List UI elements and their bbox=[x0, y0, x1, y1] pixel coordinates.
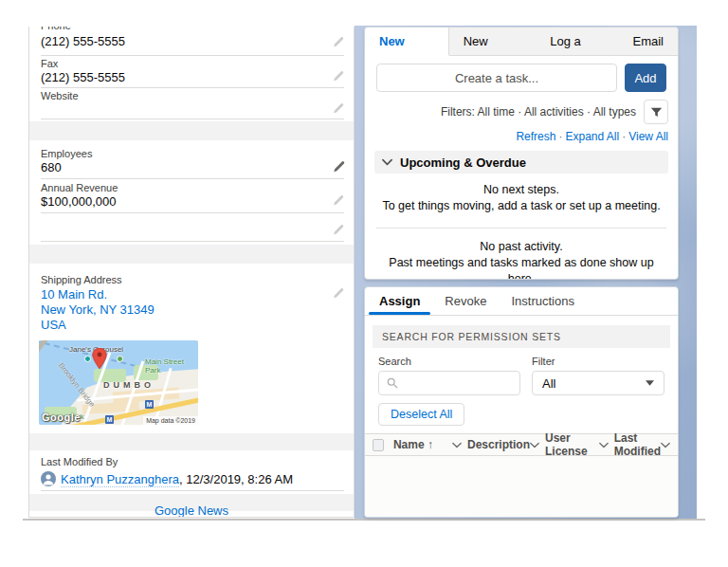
search-icon bbox=[387, 377, 398, 389]
google-news-row: Google News bbox=[29, 503, 354, 518]
map-attribution: Map data ©2019 bbox=[143, 416, 198, 425]
map-poi-icon bbox=[84, 356, 91, 362]
chevron-down-icon[interactable] bbox=[530, 442, 539, 448]
sort-ascending-icon: ↑ bbox=[428, 438, 433, 451]
column-header-last-modified[interactable]: Last Modified bbox=[614, 431, 670, 458]
shipping-address-line2[interactable]: New York, NY 31349 bbox=[41, 302, 155, 318]
employees-label: Employees bbox=[41, 148, 92, 160]
no-next-steps-line2: To get things moving, add a task or set … bbox=[380, 198, 663, 214]
permission-tab-bar: Assign Revoke Instructions bbox=[365, 287, 678, 316]
account-details-panel: Phone (212) 555-5555 Fax (212) 555-5555 … bbox=[28, 27, 355, 518]
last-modified-row: Kathryn Puzzanghera, 12/3/2019, 8:26 AM bbox=[41, 470, 293, 487]
add-task-button[interactable]: Add bbox=[625, 64, 666, 92]
expand-all-link[interactable]: Expand All bbox=[565, 130, 619, 143]
section-spacer bbox=[29, 121, 354, 140]
chevron-down-icon[interactable] bbox=[661, 442, 670, 448]
link-separator: · bbox=[555, 130, 565, 143]
map-pin-icon bbox=[92, 348, 107, 369]
tab-log-a-call[interactable]: Log a Call bbox=[536, 27, 618, 55]
phone-value: (212) 555-5555 bbox=[41, 34, 125, 49]
divider bbox=[41, 87, 344, 88]
no-past-activity-message: No past activity. Past meetings and task… bbox=[365, 229, 678, 280]
last-modified-user-link[interactable]: Kathryn Puzzanghera bbox=[61, 472, 179, 487]
column-description-label: Description bbox=[467, 438, 530, 451]
last-modified-label: Last Modified By bbox=[41, 456, 118, 468]
select-all-checkbox[interactable] bbox=[373, 439, 384, 451]
tab-new-task[interactable]: New Task bbox=[365, 27, 449, 56]
tab-email[interactable]: Email bbox=[618, 27, 678, 55]
chevron-down-icon[interactable] bbox=[452, 442, 462, 448]
view-all-link[interactable]: View All bbox=[628, 130, 668, 143]
permission-table-header: Name ↑ Description User License Last Mo bbox=[365, 433, 678, 456]
divider bbox=[41, 212, 344, 213]
edit-annual-revenue-icon[interactable] bbox=[332, 194, 344, 207]
no-next-steps-message: No next steps. To get things moving, add… bbox=[365, 174, 678, 222]
edit-shipping-address-icon[interactable] bbox=[332, 287, 344, 300]
employees-value: 680 bbox=[41, 160, 62, 175]
website-label: Website bbox=[41, 90, 79, 102]
shipping-address-line1[interactable]: 10 Main Rd. bbox=[41, 287, 107, 302]
section-spacer bbox=[29, 433, 354, 450]
tab-instructions[interactable]: Instructions bbox=[499, 287, 586, 315]
activity-tab-bar: New Task New Event Log a Call Email bbox=[365, 27, 678, 56]
map-poi-icon bbox=[117, 356, 123, 362]
edit-field-icon[interactable] bbox=[332, 224, 344, 236]
filter-button[interactable] bbox=[644, 100, 668, 124]
tab-revoke[interactable]: Revoke bbox=[432, 287, 499, 315]
map-label-main-street-park: Main Street Park bbox=[145, 357, 187, 375]
fax-value: (212) 555-5555 bbox=[41, 70, 125, 85]
edit-website-icon[interactable] bbox=[332, 102, 344, 115]
no-next-steps-line1: No next steps. bbox=[380, 182, 663, 198]
divider bbox=[41, 490, 344, 491]
divider bbox=[41, 241, 344, 242]
shipping-address-label: Shipping Address bbox=[41, 274, 122, 286]
screenshot-bottom-edge bbox=[23, 519, 705, 521]
user-avatar bbox=[41, 471, 56, 486]
no-past-activity-line2: Past meetings and tasks marked as done s… bbox=[380, 255, 663, 280]
refresh-link[interactable]: Refresh bbox=[516, 130, 555, 143]
subway-station-icon: M bbox=[105, 415, 114, 424]
phone-label: Phone bbox=[41, 27, 71, 32]
caret-down-icon bbox=[646, 380, 654, 386]
edit-phone-icon[interactable] bbox=[332, 36, 344, 48]
section-spacer bbox=[29, 245, 354, 264]
task-composer: Add bbox=[365, 56, 678, 98]
column-header-name[interactable]: Name ↑ bbox=[393, 438, 467, 451]
divider bbox=[41, 55, 344, 56]
column-name-label: Name bbox=[393, 438, 425, 451]
search-permission-sets-header: SEARCH FOR PERMISSION SETS bbox=[373, 325, 670, 348]
chevron-down-icon bbox=[382, 158, 392, 166]
create-task-input[interactable] bbox=[376, 64, 617, 92]
shipping-address-map[interactable]: Jane's Carousel Main Street Park Brookly… bbox=[39, 340, 198, 425]
edit-employees-icon[interactable] bbox=[332, 160, 344, 173]
filter-select[interactable]: All bbox=[532, 371, 664, 395]
filter-label: Filter bbox=[532, 356, 664, 367]
fax-label: Fax bbox=[41, 58, 58, 70]
google-news-link[interactable]: Google News bbox=[155, 503, 228, 518]
column-header-description[interactable]: Description bbox=[467, 438, 545, 451]
search-box bbox=[378, 371, 520, 395]
divider bbox=[41, 119, 344, 119]
column-header-user-license[interactable]: User License bbox=[545, 431, 614, 458]
filters-summary: Filters: All time · All activities · All… bbox=[441, 105, 636, 119]
filter-funnel-icon bbox=[650, 106, 663, 119]
deselect-all-button[interactable]: Deselect All bbox=[378, 403, 464, 426]
filter-select-value: All bbox=[542, 376, 555, 391]
edit-fax-icon[interactable] bbox=[332, 70, 344, 82]
permission-search-input[interactable] bbox=[404, 376, 512, 390]
no-past-activity-line1: No past activity. bbox=[380, 239, 663, 255]
search-label: Search bbox=[378, 356, 520, 367]
upcoming-overdue-section-header[interactable]: Upcoming & Overdue bbox=[374, 151, 668, 174]
tab-new-event[interactable]: New Event bbox=[449, 27, 537, 55]
map-label-dumbo: DUMBO bbox=[103, 380, 155, 390]
column-last-modified-label: Last Modified bbox=[614, 431, 661, 458]
google-logo: Google bbox=[42, 412, 81, 423]
activity-panel: New Task New Event Log a Call Email Add … bbox=[364, 27, 679, 280]
search-field-group: Search bbox=[378, 356, 520, 395]
tab-assign[interactable]: Assign bbox=[367, 287, 432, 315]
activity-links: Refresh·Expand All·View All bbox=[365, 124, 678, 143]
shipping-address-line3[interactable]: USA bbox=[41, 318, 66, 333]
permission-sets-panel: Assign Revoke Instructions SEARCH FOR PE… bbox=[364, 286, 679, 518]
chevron-down-icon[interactable] bbox=[599, 442, 609, 448]
filters-row: Filters: All time · All activities · All… bbox=[365, 98, 678, 124]
